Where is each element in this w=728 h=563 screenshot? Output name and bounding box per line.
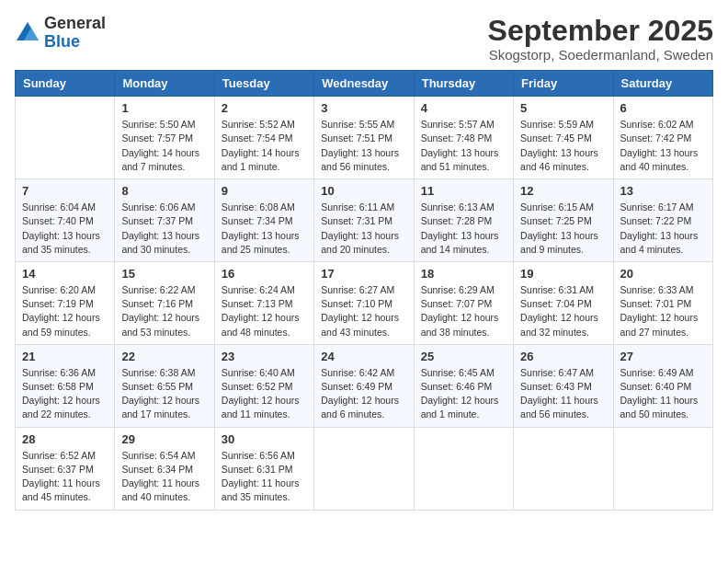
day-number: 19 [520,267,606,281]
calendar-cell: 8Sunrise: 6:06 AM Sunset: 7:37 PM Daylig… [115,179,214,262]
calendar-cell: 4Sunrise: 5:57 AM Sunset: 7:48 PM Daylig… [414,97,513,179]
day-info: Sunrise: 6:22 AM Sunset: 7:16 PM Dayligh… [121,283,207,339]
calendar-cell: 28Sunrise: 6:52 AM Sunset: 6:37 PM Dayli… [16,427,115,510]
day-info: Sunrise: 6:42 AM Sunset: 6:49 PM Dayligh… [321,366,406,422]
calendar-cell: 15Sunrise: 6:22 AM Sunset: 7:16 PM Dayli… [115,261,214,344]
day-number: 28 [22,432,108,446]
calendar-cell: 29Sunrise: 6:54 AM Sunset: 6:34 PM Dayli… [115,427,214,510]
location-title: Skogstorp, Soedermanland, Sweden [488,47,713,63]
day-info: Sunrise: 6:11 AM Sunset: 7:31 PM Dayligh… [321,201,406,257]
calendar-cell [613,427,712,510]
calendar-cell: 23Sunrise: 6:40 AM Sunset: 6:52 PM Dayli… [214,344,313,427]
day-info: Sunrise: 6:47 AM Sunset: 6:43 PM Dayligh… [520,366,606,422]
day-number: 20 [620,267,706,281]
day-number: 2 [222,101,307,115]
calendar-cell: 26Sunrise: 6:47 AM Sunset: 6:43 PM Dayli… [514,344,613,427]
week-row-5: 28Sunrise: 6:52 AM Sunset: 6:37 PM Dayli… [16,427,713,510]
day-number: 13 [620,184,706,198]
calendar-cell [314,427,414,510]
day-info: Sunrise: 6:17 AM Sunset: 7:22 PM Dayligh… [620,201,706,257]
week-row-3: 14Sunrise: 6:20 AM Sunset: 7:19 PM Dayli… [16,261,713,344]
day-number: 7 [22,184,108,198]
calendar-cell: 7Sunrise: 6:04 AM Sunset: 7:40 PM Daylig… [16,179,115,262]
day-number: 6 [620,101,706,115]
day-info: Sunrise: 6:20 AM Sunset: 7:19 PM Dayligh… [22,283,108,339]
day-number: 17 [321,267,406,281]
logo-icon [15,20,40,46]
month-title: September 2025 [488,15,713,47]
week-row-4: 21Sunrise: 6:36 AM Sunset: 6:58 PM Dayli… [16,344,713,427]
day-info: Sunrise: 6:45 AM Sunset: 6:46 PM Dayligh… [421,366,506,422]
day-number: 24 [321,350,406,363]
weekday-header-saturday: Saturday [613,71,712,97]
logo-blue: Blue [44,33,106,52]
logo: General Blue [15,15,106,52]
day-number: 21 [22,350,108,363]
day-info: Sunrise: 5:59 AM Sunset: 7:45 PM Dayligh… [520,118,606,174]
day-info: Sunrise: 6:02 AM Sunset: 7:42 PM Dayligh… [620,118,706,174]
calendar-cell: 27Sunrise: 6:49 AM Sunset: 6:40 PM Dayli… [613,344,712,427]
weekday-header-wednesday: Wednesday [314,71,414,97]
calendar-cell: 22Sunrise: 6:38 AM Sunset: 6:55 PM Dayli… [115,344,214,427]
calendar-cell: 11Sunrise: 6:13 AM Sunset: 7:28 PM Dayli… [414,179,513,262]
calendar-cell: 1Sunrise: 5:50 AM Sunset: 7:57 PM Daylig… [115,97,214,179]
day-info: Sunrise: 6:06 AM Sunset: 7:37 PM Dayligh… [121,201,207,257]
day-number: 15 [121,267,207,281]
week-row-1: 1Sunrise: 5:50 AM Sunset: 7:57 PM Daylig… [16,97,713,179]
calendar-cell: 6Sunrise: 6:02 AM Sunset: 7:42 PM Daylig… [613,97,712,179]
day-info: Sunrise: 5:52 AM Sunset: 7:54 PM Dayligh… [222,118,307,174]
calendar-cell: 14Sunrise: 6:20 AM Sunset: 7:19 PM Dayli… [16,261,115,344]
logo-general: General [44,15,106,33]
day-number: 10 [321,184,406,198]
calendar-cell: 18Sunrise: 6:29 AM Sunset: 7:07 PM Dayli… [414,261,513,344]
calendar-cell [514,427,613,510]
day-number: 3 [321,101,406,115]
day-info: Sunrise: 6:29 AM Sunset: 7:07 PM Dayligh… [421,283,506,339]
calendar-cell: 3Sunrise: 5:55 AM Sunset: 7:51 PM Daylig… [314,97,414,179]
weekday-header-sunday: Sunday [16,71,115,97]
day-info: Sunrise: 6:15 AM Sunset: 7:25 PM Dayligh… [520,201,606,257]
calendar-cell: 30Sunrise: 6:56 AM Sunset: 6:31 PM Dayli… [214,427,313,510]
day-number: 18 [421,267,506,281]
day-info: Sunrise: 5:55 AM Sunset: 7:51 PM Dayligh… [321,118,406,174]
calendar-cell: 13Sunrise: 6:17 AM Sunset: 7:22 PM Dayli… [613,179,712,262]
calendar-cell: 5Sunrise: 5:59 AM Sunset: 7:45 PM Daylig… [514,97,613,179]
calendar-cell: 25Sunrise: 6:45 AM Sunset: 6:46 PM Dayli… [414,344,513,427]
week-row-2: 7Sunrise: 6:04 AM Sunset: 7:40 PM Daylig… [16,179,713,262]
day-info: Sunrise: 5:50 AM Sunset: 7:57 PM Dayligh… [121,118,207,174]
day-number: 12 [520,184,606,198]
page-header: General Blue September 2025 Skogstorp, S… [15,15,713,63]
day-info: Sunrise: 6:52 AM Sunset: 6:37 PM Dayligh… [22,449,108,505]
day-info: Sunrise: 6:27 AM Sunset: 7:10 PM Dayligh… [321,283,406,339]
day-info: Sunrise: 6:33 AM Sunset: 7:01 PM Dayligh… [620,283,706,339]
day-number: 22 [121,350,207,363]
calendar-cell: 19Sunrise: 6:31 AM Sunset: 7:04 PM Dayli… [514,261,613,344]
calendar-cell: 2Sunrise: 5:52 AM Sunset: 7:54 PM Daylig… [214,97,313,179]
day-number: 5 [520,101,606,115]
day-number: 16 [222,267,307,281]
day-number: 11 [421,184,506,198]
day-info: Sunrise: 6:40 AM Sunset: 6:52 PM Dayligh… [222,366,307,422]
day-info: Sunrise: 6:38 AM Sunset: 6:55 PM Dayligh… [121,366,207,422]
calendar-cell [16,97,115,179]
day-number: 1 [121,101,207,115]
day-number: 14 [22,267,108,281]
day-info: Sunrise: 6:13 AM Sunset: 7:28 PM Dayligh… [421,201,506,257]
calendar-cell: 21Sunrise: 6:36 AM Sunset: 6:58 PM Dayli… [16,344,115,427]
title-area: September 2025 Skogstorp, Soedermanland,… [488,15,713,63]
calendar-table: SundayMondayTuesdayWednesdayThursdayFrid… [15,70,713,510]
calendar-cell: 17Sunrise: 6:27 AM Sunset: 7:10 PM Dayli… [314,261,414,344]
day-number: 25 [421,350,506,363]
calendar-cell [414,427,513,510]
day-info: Sunrise: 6:24 AM Sunset: 7:13 PM Dayligh… [222,283,307,339]
calendar-cell: 24Sunrise: 6:42 AM Sunset: 6:49 PM Dayli… [314,344,414,427]
weekday-header-row: SundayMondayTuesdayWednesdayThursdayFrid… [16,71,713,97]
weekday-header-friday: Friday [514,71,613,97]
day-number: 27 [620,350,706,363]
day-info: Sunrise: 5:57 AM Sunset: 7:48 PM Dayligh… [421,118,506,174]
day-number: 4 [421,101,506,115]
day-number: 29 [121,432,207,446]
day-info: Sunrise: 6:54 AM Sunset: 6:34 PM Dayligh… [121,449,207,505]
day-info: Sunrise: 6:56 AM Sunset: 6:31 PM Dayligh… [222,449,307,505]
day-number: 26 [520,350,606,363]
